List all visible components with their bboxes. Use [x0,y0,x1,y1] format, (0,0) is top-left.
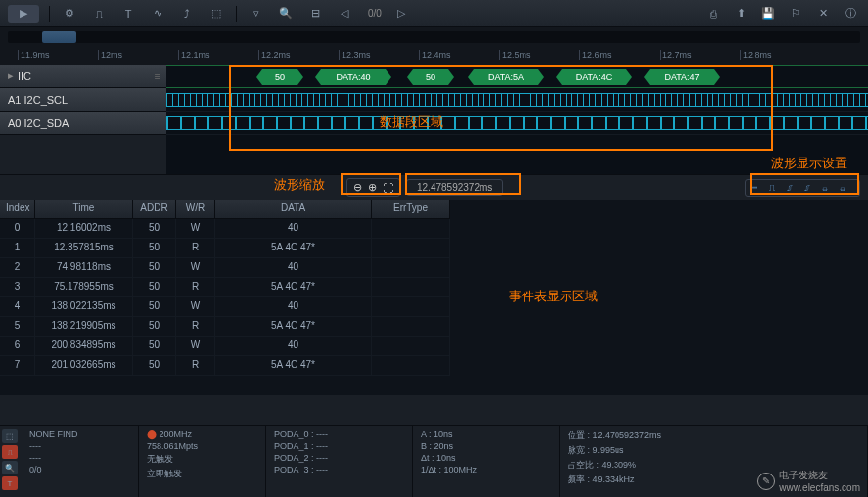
tools-icon[interactable]: ✕ [813,5,833,23]
export-icon[interactable]: ⬆ [731,5,751,23]
zoom-bar: ⊖ ⊕ ⛶ 12.478592372ms ┅ ⎍ ⎎ ⎎ ⏛ ⏛ [0,174,868,200]
view-mode-3-icon[interactable]: ⎎ [787,182,800,194]
table-row[interactable]: 6200.834895ms50W40 [0,337,450,356]
watermark-icon: ✎ [757,473,775,490]
expand-icon[interactable]: ▸ [8,69,14,82]
save-icon[interactable]: 💾 [758,5,778,23]
scl-waveform [166,93,868,107]
scrollbar-thumb[interactable] [42,31,76,43]
table-body: 012.16002ms50W40112.357815ms50R5A 4C 47*… [0,219,450,376]
ruler-tick: 12.4ms [419,50,451,60]
status-icon[interactable]: ⬚ [2,429,18,443]
play-button[interactable]: ▶ [8,5,39,23]
status-icon[interactable]: 🔍 [2,461,18,474]
zoom-in-icon[interactable]: ⊕ [368,181,377,194]
view-mode-2-icon[interactable]: ⎍ [769,182,783,194]
prev-icon[interactable]: ◁ [335,5,354,23]
view-mode-5-icon[interactable]: ⏛ [822,182,836,194]
view-mode-1-icon[interactable]: ┅ [752,182,765,194]
next-icon[interactable]: ▷ [391,5,411,23]
status-icon-column: ⬚ ⎍ 🔍 T [0,426,22,497]
fit-icon[interactable]: ⛶ [383,182,393,194]
nav-counter: 0/0 [368,8,382,19]
channel-sda[interactable]: A0 I2C_SDA [0,112,166,135]
time-display: 12.478592372ms [406,179,503,196]
table-row[interactable]: 012.16002ms50W40 [0,219,450,239]
select-icon[interactable]: ⬚ [206,5,226,23]
decoded-frame: DATA:40 [315,69,391,85]
zoom-controls: ⊖ ⊕ ⛶ [346,178,400,197]
gear-icon[interactable]: ⚙ [60,5,79,23]
status-icon[interactable]: ⎍ [2,445,18,459]
flag-icon[interactable]: ⚐ [786,5,805,23]
marker-icon[interactable]: ▿ [247,5,266,23]
ruler-tick: 12.1ms [178,50,210,60]
table-row[interactable]: 274.98118ms50W40 [0,258,450,278]
status-acquisition: ⬤ 200MHz 758.061Mpts 无触发 立即触发 [139,426,266,497]
text-icon[interactable]: T [118,5,138,23]
ruler-tick: 12.7ms [660,50,692,60]
table-row[interactable]: 5138.219905ms50R5A 4C 47* [0,317,450,337]
ruler-tick: 12.8ms [740,50,772,60]
status-bar: ⬚ ⎍ 🔍 T NONE FIND ---- ---- 0/0 ⬤ 200MHz… [0,425,868,497]
decoded-frame: 50 [407,69,454,85]
wave-icon[interactable]: ∿ [148,5,167,23]
table-annotation-area: 事件表显示区域 [450,200,868,395]
info-icon[interactable]: ⓘ [841,5,860,23]
status-cursors: A : 10ns B : 20ns Δt : 10ns 1/Δt : 100MH… [413,426,560,497]
hamburger-icon[interactable]: ≡ [155,70,160,82]
status-search: NONE FIND ---- ---- 0/0 [22,426,139,497]
channel-iic[interactable]: ▸IIC≡ [0,65,166,88]
waveform-canvas[interactable]: 50 DATA:40 50 DATA:5A DATA:4C DATA:47 [166,65,868,174]
ruler-tick: 12.3ms [339,50,371,60]
decoded-frame: DATA:4C [556,69,632,85]
channel-label-panel: ▸IIC≡ A1 I2C_SCL A0 I2C_SDA [0,65,166,174]
annotation-event-table: 事件表显示区域 [509,288,598,305]
overview-scrollbar[interactable] [0,27,868,47]
ruler-tick: 12ms [98,50,122,60]
sda-waveform [166,116,868,130]
event-table: Index Time ADDR W/R DATA ErrType 012.160… [0,200,450,395]
ruler-tick: 12.6ms [579,50,612,60]
display-options: ┅ ⎍ ⎎ ⎎ ⏛ ⏛ [745,179,860,197]
channel-scl[interactable]: A1 I2C_SCL [0,88,166,112]
table-header: Index Time ADDR W/R DATA ErrType [0,200,450,219]
view-mode-6-icon[interactable]: ⏛ [840,182,853,194]
table-row[interactable]: 375.178955ms50R5A 4C 47* [0,278,450,297]
view-mode-4-icon[interactable]: ⎎ [804,182,818,194]
event-table-area: Index Time ADDR W/R DATA ErrType 012.160… [0,200,868,395]
watermark: ✎ 电子发烧友 www.elecfans.com [757,469,860,493]
decoded-frame: DATA:47 [644,69,720,85]
table-row[interactable]: 112.357815ms50R5A 4C 47* [0,239,450,258]
cursor-icon[interactable]: ⤴ [177,5,197,23]
trigger-icon[interactable]: ⎍ [89,5,109,23]
table-row[interactable]: 4138.022135ms50W40 [0,297,450,317]
capture-icon[interactable]: ⎙ [704,5,723,23]
zoom-out-icon[interactable]: ⊖ [353,181,362,194]
status-icon[interactable]: T [2,476,18,490]
decoded-frame: 50 [256,69,303,85]
decoded-frame: DATA:5A [468,69,544,85]
table-row[interactable]: 7201.032665ms50R5A 4C 47* [0,356,450,376]
search-icon[interactable]: 🔍 [276,5,296,23]
time-ruler: 11.9ms 12ms 12.1ms 12.2ms 12.3ms 12.4ms … [0,47,868,65]
ruler-tick: 12.2ms [258,50,291,60]
main-toolbar: ▶ ⚙ ⎍ T ∿ ⤴ ⬚ ▿ 🔍 ⊟ ◁ 0/0 ▷ ⎙ ⬆ 💾 ⚐ ✕ ⓘ [0,0,868,27]
ruler-tick: 11.9ms [18,50,50,60]
waveform-area: ▸IIC≡ A1 I2C_SCL A0 I2C_SDA 50 DATA:40 5… [0,65,868,174]
ruler-icon[interactable]: ⊟ [305,5,325,23]
status-poda: PODA_0 : ---- PODA_1 : ---- PODA_2 : ---… [266,426,413,497]
ruler-tick: 12.5ms [499,50,531,60]
